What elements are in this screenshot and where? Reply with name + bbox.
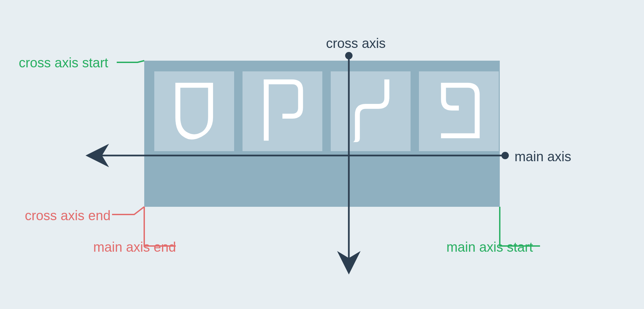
flex-item-glyph xyxy=(345,79,396,143)
svg-rect-0 xyxy=(264,79,269,141)
main-axis-end-label: main axis end xyxy=(93,240,176,254)
hebrew-lamed-icon xyxy=(345,79,396,143)
hebrew-pe-icon xyxy=(434,83,484,140)
hebrew-qof-icon xyxy=(257,79,308,143)
flex-item-glyph xyxy=(169,83,219,140)
flex-container xyxy=(144,61,500,207)
cross-axis-end-label: cross axis end xyxy=(25,209,111,222)
flex-item-1 xyxy=(154,71,234,151)
flex-item-glyph xyxy=(257,79,308,143)
main-axis-label: main axis xyxy=(515,150,571,163)
cross-axis-label: cross axis xyxy=(326,37,386,50)
flex-item-4 xyxy=(419,71,499,151)
hebrew-samekh-icon xyxy=(169,83,219,140)
diagram-stage: cross axis main axis cross axis start cr… xyxy=(0,0,644,309)
flex-item-glyph xyxy=(434,83,484,140)
svg-rect-1 xyxy=(384,79,389,99)
svg-point-2 xyxy=(501,152,509,159)
cross-axis-start-label: cross axis start xyxy=(19,56,108,69)
flex-item-2 xyxy=(243,71,322,151)
flex-item-3 xyxy=(331,71,411,151)
svg-point-3 xyxy=(345,52,353,59)
cross-axis-end-bracket-icon xyxy=(112,207,144,214)
cross-axis-start-bracket-icon xyxy=(117,61,144,62)
main-axis-start-label: main axis start xyxy=(446,240,533,254)
